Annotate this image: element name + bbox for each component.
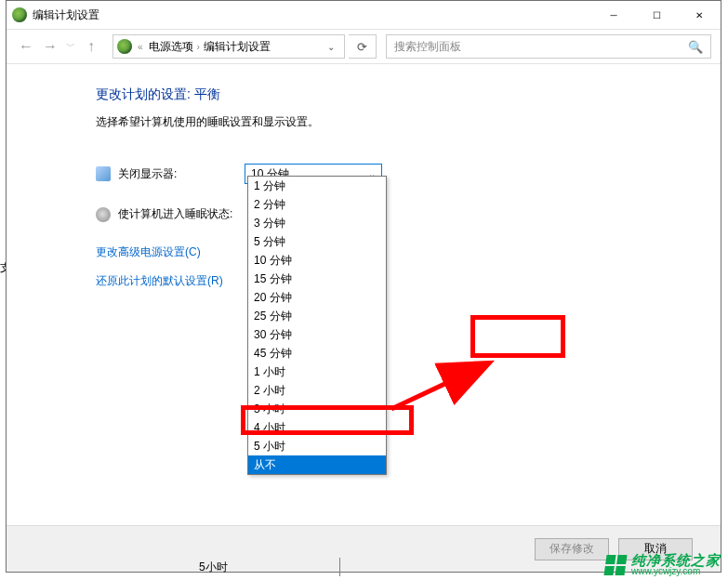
dropdown-option[interactable]: 5 小时	[248, 437, 386, 455]
setting-sleep: 使计算机进入睡眠状态:	[96, 206, 683, 222]
watermark: 纯净系统之家 www.ycwjzy.com	[605, 553, 721, 576]
dropdown-option[interactable]: 25 分钟	[248, 307, 386, 325]
history-chevron-icon[interactable]: «	[138, 42, 143, 52]
watermark-name: 纯净系统之家	[631, 553, 721, 567]
page-heading: 更改计划的设置: 平衡	[96, 86, 683, 103]
dropdown-option[interactable]: 3 分钟	[248, 214, 386, 232]
setting-label: 使计算机进入睡眠状态:	[118, 206, 245, 222]
dropdown-list: 1 分钟2 分钟3 分钟5 分钟10 分钟15 分钟20 分钟25 分钟30 分…	[247, 176, 387, 475]
dropdown-option[interactable]: 5 分钟	[248, 232, 386, 251]
forward-button: →	[40, 36, 60, 57]
save-button[interactable]: 保存修改	[535, 538, 609, 560]
back-button[interactable]: ←	[16, 36, 36, 57]
search-icon[interactable]: 🔍	[688, 40, 703, 54]
titlebar: 编辑计划设置 ─ ☐ ✕	[7, 1, 721, 29]
dropdown-option[interactable]: 1 小时	[248, 362, 386, 381]
dropdown-option[interactable]: 30 分钟	[248, 325, 386, 344]
search-box[interactable]: 🔍	[386, 34, 711, 59]
minimize-button[interactable]: ─	[592, 1, 635, 29]
up-button[interactable]: ↑	[81, 36, 101, 57]
dropdown-option[interactable]: 2 分钟	[248, 195, 386, 214]
cropped-fragment: 5小时	[199, 558, 340, 576]
watermark-logo-icon	[603, 555, 627, 575]
search-input[interactable]	[394, 40, 688, 53]
setting-display-off: 关闭显示器: 10 分钟 ⌄	[96, 164, 683, 184]
close-button[interactable]: ✕	[678, 1, 721, 29]
breadcrumb: 电源选项 › 编辑计划设置	[149, 39, 316, 55]
window-controls: ─ ☐ ✕	[592, 1, 721, 29]
app-icon	[12, 7, 27, 22]
link-restore-defaults[interactable]: 还原此计划的默认设置(R)	[96, 273, 683, 289]
navbar: ← → ﹀ ↑ « 电源选项 › 编辑计划设置 ⌄ ⟳ 🔍	[7, 29, 721, 64]
maximize-button[interactable]: ☐	[635, 1, 678, 29]
addressbar[interactable]: « 电源选项 › 编辑计划设置 ⌄	[113, 34, 345, 59]
window: 编辑计划设置 ─ ☐ ✕ ← → ﹀ ↑ « 电源选项 › 编辑计划设置 ⌄ ⟳…	[6, 0, 721, 573]
moon-icon	[96, 207, 111, 222]
breadcrumb-item[interactable]: 编辑计划设置	[204, 39, 271, 55]
monitor-icon	[96, 166, 111, 181]
dropdown-option[interactable]: 2 小时	[248, 381, 386, 400]
address-dropdown-icon[interactable]: ⌄	[322, 42, 340, 52]
dropdown-option[interactable]: 1 分钟	[248, 177, 386, 195]
location-icon	[117, 39, 132, 54]
chevron-right-icon: ›	[197, 42, 200, 52]
setting-label: 关闭显示器:	[118, 166, 245, 182]
link-advanced-settings[interactable]: 更改高级电源设置(C)	[96, 244, 683, 260]
dropdown-option[interactable]: 20 分钟	[248, 288, 386, 307]
dropdown-option[interactable]: 4 小时	[248, 418, 386, 437]
dropdown-option[interactable]: 10 分钟	[248, 251, 386, 270]
watermark-url: www.ycwjzy.com	[631, 567, 721, 576]
dropdown-option[interactable]: 15 分钟	[248, 270, 386, 288]
window-title: 编辑计划设置	[33, 7, 99, 23]
refresh-button[interactable]: ⟳	[349, 34, 377, 59]
recent-chevron-icon[interactable]: ﹀	[66, 40, 75, 53]
breadcrumb-item[interactable]: 电源选项	[149, 39, 193, 55]
dropdown-option[interactable]: 从不	[248, 455, 386, 474]
dropdown-option[interactable]: 45 分钟	[248, 344, 386, 362]
dropdown-option[interactable]: 3 小时	[248, 400, 386, 418]
page-description: 选择希望计算机使用的睡眠设置和显示设置。	[96, 114, 683, 130]
